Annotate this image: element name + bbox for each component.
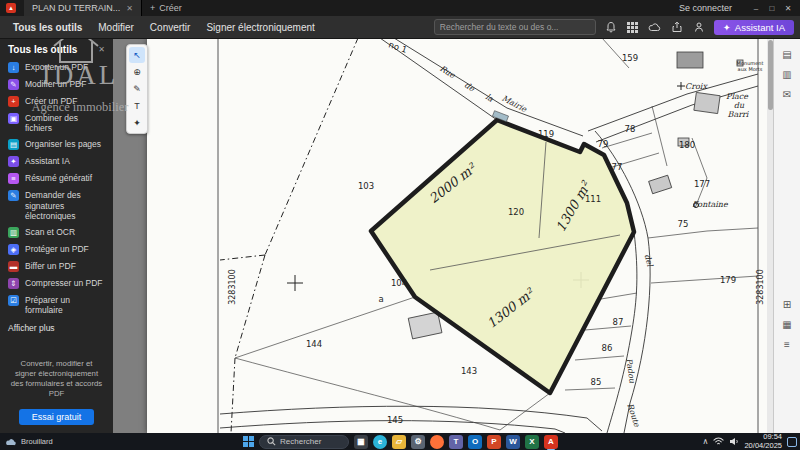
windows-taskbar: Brouillard Rechercher ▦e▱⚙TOPWXA ∧ 09:54…: [0, 433, 800, 450]
comments-panel-icon[interactable]: ✉: [774, 84, 800, 104]
sidebar-close-icon[interactable]: ✕: [98, 45, 105, 54]
clock-widget[interactable]: 09:54 20/04/2025: [744, 433, 782, 450]
sidebar-item[interactable]: ▥Scan et OCR: [0, 224, 113, 241]
annotate-pencil-icon[interactable]: ✎: [129, 81, 145, 97]
map-label: 180: [679, 140, 695, 150]
acrobat-icon[interactable]: A: [544, 435, 558, 449]
word-icon[interactable]: W: [506, 435, 520, 449]
map-label: 3283100: [228, 269, 237, 305]
sidebar-item[interactable]: ⇕Compresser un PDF: [0, 275, 113, 292]
menu-item-3[interactable]: Convertir: [143, 20, 198, 35]
settings-icon[interactable]: ⚙: [411, 435, 425, 449]
volume-icon[interactable]: [729, 437, 739, 446]
map-label: 78: [625, 124, 636, 134]
sidebar-title: Tous les outils: [8, 44, 77, 55]
menu-item-4[interactable]: Signer électroniquement: [199, 20, 321, 35]
start-button[interactable]: [242, 436, 254, 448]
document-search-input[interactable]: [434, 19, 596, 35]
wifi-icon[interactable]: [713, 437, 724, 446]
document-tab[interactable]: PLAN DU TERRAIN... ✕: [24, 0, 142, 16]
text-tool-icon[interactable]: T: [129, 98, 145, 114]
cross-symbol: [677, 82, 685, 90]
apps-grid-icon[interactable]: [626, 20, 640, 34]
bookmarks-panel-icon[interactable]: ▥: [774, 64, 800, 84]
weather-cloud-icon: [5, 437, 17, 446]
close-button[interactable]: ✕: [780, 4, 796, 13]
sidebar-item[interactable]: ▤Organiser les pages: [0, 136, 113, 153]
title-bar: ▲ PLAN DU TERRAIN... ✕ + Créer Se connec…: [0, 0, 800, 16]
profile-icon[interactable]: [692, 20, 706, 34]
map-label: Padou: [624, 358, 636, 385]
menu-item-2[interactable]: Modifier: [91, 20, 141, 35]
menu-items: Tous les outilsModifierConvertirSigner é…: [6, 20, 322, 35]
sidebar-promo: Convertir, modifier et signer électroniq…: [0, 359, 113, 426]
highlighted-parcel[interactable]: [371, 111, 634, 393]
assistant-ia-button[interactable]: ✦ Assistant IA: [714, 20, 794, 35]
document-tab-title: PLAN DU TERRAIN...: [32, 3, 120, 13]
sidebar-item[interactable]: ≡Résumé génératif: [0, 170, 113, 187]
taskbar-search-label: Rechercher: [280, 437, 321, 446]
sidebar-item[interactable]: ✦Assistant IA: [0, 153, 113, 170]
create-tab-button[interactable]: + Créer: [150, 3, 182, 13]
map-label: 87: [613, 317, 624, 327]
map-label: a: [378, 294, 383, 304]
ai-tool-icon[interactable]: ✦: [129, 115, 145, 131]
sidebar-item[interactable]: ✎Modifier un PDF: [0, 76, 113, 93]
edge-icon[interactable]: e: [373, 435, 387, 449]
generative-summary-icon: ≡: [8, 173, 19, 184]
ai-assistant-icon: ✦: [8, 156, 19, 167]
stamps-panel-icon[interactable]: ▦: [774, 314, 800, 334]
assistant-ia-label: Assistant IA: [735, 22, 785, 33]
firefox-icon[interactable]: [430, 435, 444, 449]
sidebar-item[interactable]: +Créer un PDF: [0, 93, 113, 110]
map-label: 143: [461, 366, 477, 376]
outlook-icon[interactable]: O: [468, 435, 482, 449]
tray-chevron-up-icon[interactable]: ∧: [703, 437, 709, 446]
share-icon[interactable]: [670, 20, 684, 34]
excel-icon[interactable]: X: [525, 435, 539, 449]
teams-icon[interactable]: T: [449, 435, 463, 449]
export-pdf-icon: ↓: [8, 62, 19, 73]
layers-panel-icon[interactable]: ≡: [774, 334, 800, 354]
menu-item-1[interactable]: Tous les outils: [6, 20, 89, 35]
sidebar-item[interactable]: ▣Combiner des fichiers: [0, 110, 113, 136]
sign-in-button[interactable]: Se connecter: [679, 3, 732, 13]
sidebar-item[interactable]: ✎Demander des signatures électroniques: [0, 187, 113, 224]
weather-label: Brouillard: [21, 437, 53, 446]
show-more-link[interactable]: Afficher plus: [0, 318, 113, 338]
sidebar-tools-list: ↓Exporter un PDF✎Modifier un PDF+Créer u…: [0, 59, 113, 318]
explorer-icon[interactable]: ▱: [392, 435, 406, 449]
taskbar-search[interactable]: Rechercher: [259, 435, 349, 449]
pdf-page[interactable]: no 115911910312011178797718017775104a144…: [147, 38, 768, 433]
sidebar-item[interactable]: ↓Exporter un PDF: [0, 59, 113, 76]
map-canvas[interactable]: no 115911910312011178797718017775104a144…: [147, 38, 768, 433]
map-label: Fontaine: [692, 200, 729, 209]
bell-icon[interactable]: [604, 20, 618, 34]
select-tool-icon[interactable]: ↖: [129, 47, 145, 63]
map-label: du: [734, 101, 745, 110]
map-label: 104: [391, 278, 407, 288]
weather-widget[interactable]: Brouillard: [5, 433, 53, 450]
minimize-button[interactable]: –: [748, 4, 764, 13]
sidebar-item-label: Créer un PDF: [25, 96, 77, 106]
free-trial-button[interactable]: Essai gratuit: [19, 409, 95, 425]
measure-panel-icon[interactable]: ⊞: [774, 294, 800, 314]
sidebar-item[interactable]: ◈Protéger un PDF: [0, 241, 113, 258]
tab-close-icon[interactable]: ✕: [126, 4, 133, 13]
sidebar-item-label: Préparer un formulaire: [25, 295, 105, 315]
map-label: 79: [598, 139, 609, 149]
taskview-icon[interactable]: ▦: [354, 435, 368, 449]
right-panel-strip: ▤▥✉ ⊞▦≡: [773, 38, 800, 433]
powerpoint-icon[interactable]: P: [487, 435, 501, 449]
pages-panel-icon[interactable]: ▤: [774, 44, 800, 64]
sidebar-item[interactable]: ▬Biffer un PDF: [0, 258, 113, 275]
sidebar-item[interactable]: ☑Préparer un formulaire: [0, 292, 113, 318]
notification-icon[interactable]: [787, 437, 797, 447]
zoom-tool-icon[interactable]: ⊕: [129, 64, 145, 80]
tools-sidebar: Tous les outils ✕ ↓Exporter un PDF✎Modif…: [0, 38, 113, 433]
map-label: 145: [387, 415, 403, 425]
cloud-icon[interactable]: [648, 20, 662, 34]
maximize-button[interactable]: □: [764, 4, 780, 13]
promo-text: Convertir, modifier et signer électroniq…: [9, 359, 104, 400]
edit-pdf-icon: ✎: [8, 79, 19, 90]
